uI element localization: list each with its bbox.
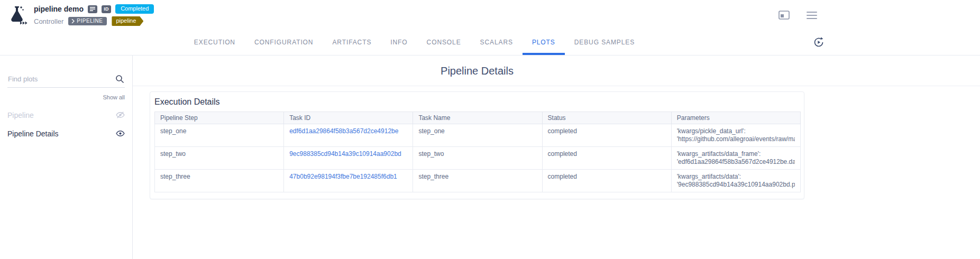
plot-item-pipeline[interactable]: Pipeline xyxy=(7,106,125,124)
parameter-line: 'kwargs_artifacts/data_frame': xyxy=(677,150,795,158)
title-divider xyxy=(133,86,980,86)
column-header: Status xyxy=(542,112,671,124)
eye-icon[interactable] xyxy=(116,129,125,138)
task-id-link[interactable]: 9ec988385cd94b14a39c10914aa902bd xyxy=(289,150,401,158)
execution-table: Pipeline Step Task ID Task Name Status P… xyxy=(154,112,801,192)
tab-info[interactable]: INFO xyxy=(381,30,417,55)
details-panel-icon xyxy=(778,11,790,20)
section-title: Execution Details xyxy=(154,97,800,107)
parameter-line: 'kwargs/pickle_data_url': xyxy=(677,127,795,135)
chevron-right-icon xyxy=(71,19,75,23)
table-header-row: Pipeline Step Task ID Task Name Status P… xyxy=(155,112,801,124)
description-icon[interactable] xyxy=(88,5,97,13)
tab-plots[interactable]: PLOTS xyxy=(523,30,565,55)
pipeline-name-tag: pipeline xyxy=(112,16,143,26)
tab-execution[interactable]: EXECUTION xyxy=(185,30,245,55)
column-header: Pipeline Step xyxy=(155,112,284,124)
pipeline-type-tag: PIPELINE xyxy=(68,17,107,25)
header: pipeline demo ID Completed Controller xyxy=(0,0,980,30)
lines-glyph xyxy=(90,7,95,11)
tab-debug-samples[interactable]: DEBUG SAMPLES xyxy=(565,30,644,55)
column-header: Task ID xyxy=(284,112,413,124)
refresh-icon xyxy=(813,36,825,48)
task-id-cell: edf6d1aa29864f58b3a567d2ce4912be xyxy=(284,124,413,147)
pipeline-step-cell: step_two xyxy=(155,147,284,170)
task-id-cell: 9ec988385cd94b14a39c10914aa902bd xyxy=(284,147,413,170)
status-badge: Completed xyxy=(115,4,154,14)
plot-item-pipeline-details[interactable]: Pipeline Details xyxy=(7,124,125,143)
content-area: Show all Pipeline Pipeline Details xyxy=(0,56,980,259)
parameters-cell: 'kwargs_artifacts/data': '9ec988385cd94b… xyxy=(671,170,800,192)
pipeline-step-cell: step_three xyxy=(155,170,284,192)
plot-list: Pipeline Pipeline Details xyxy=(7,106,125,143)
tab-artifacts[interactable]: ARTIFACTS xyxy=(323,30,381,55)
parameter-line: '9ec988385cd94b14a39c10914aa902bd.proces… xyxy=(677,181,795,189)
hamburger-icon xyxy=(807,12,817,19)
flask-logo-icon xyxy=(7,5,28,26)
tab-console[interactable]: CONSOLE xyxy=(417,30,471,55)
tab-configuration[interactable]: CONFIGURATION xyxy=(245,30,323,55)
parameters-cell: 'kwargs/pickle_data_url': 'https://githu… xyxy=(671,124,800,147)
tab-scalars[interactable]: SCALARS xyxy=(471,30,523,55)
details-panel-toggle[interactable] xyxy=(778,11,790,20)
table-row: step_three 47b0b92e98194f3fbe7be192485f6… xyxy=(155,170,801,192)
page-title: Pipeline Details xyxy=(150,65,804,77)
auto-refresh-button[interactable] xyxy=(812,36,825,49)
find-plots-input[interactable] xyxy=(7,73,125,85)
parameters-cell: 'kwargs_artifacts/data_frame': 'edf6d1aa… xyxy=(671,147,800,170)
main-panel: Pipeline Details Execution Details Pipel… xyxy=(133,56,980,259)
task-name-cell: step_two xyxy=(413,147,542,170)
header-left: pipeline demo ID Completed Controller xyxy=(6,4,154,26)
task-id-link[interactable]: edf6d1aa29864f58b3a567d2ce4912be xyxy=(289,127,398,135)
title-block: pipeline demo ID Completed Controller xyxy=(34,4,154,26)
pipeline-title: pipeline demo xyxy=(34,5,84,13)
plot-search-box xyxy=(7,73,125,88)
tab-group: EXECUTION CONFIGURATION ARTIFACTS INFO C… xyxy=(185,30,644,55)
app-root: pipeline demo ID Completed Controller xyxy=(0,0,980,259)
search-icon[interactable] xyxy=(115,75,124,86)
table-row: step_one edf6d1aa29864f58b3a567d2ce4912b… xyxy=(155,124,801,147)
task-name-cell: step_three xyxy=(413,170,542,192)
column-header: Task Name xyxy=(413,112,542,124)
status-cell: completed xyxy=(542,124,671,147)
task-id-cell: 47b0b92e98194f3fbe7be192485f6db1 xyxy=(284,170,413,192)
eye-off-icon[interactable] xyxy=(116,110,125,119)
show-all-link[interactable]: Show all xyxy=(7,94,125,100)
plots-sidebar: Show all Pipeline Pipeline Details xyxy=(0,56,133,259)
table-row: step_two 9ec988385cd94b14a39c10914aa902b… xyxy=(155,147,801,170)
status-cell: completed xyxy=(542,170,671,192)
task-id-link[interactable]: 47b0b92e98194f3fbe7be192485f6db1 xyxy=(289,173,397,180)
plot-item-label: Pipeline Details xyxy=(7,130,59,138)
parameter-line: 'kwargs_artifacts/data': xyxy=(677,173,795,181)
header-actions xyxy=(778,0,817,30)
status-cell: completed xyxy=(542,147,671,170)
tab-bar: EXECUTION CONFIGURATION ARTIFACTS INFO C… xyxy=(0,30,980,56)
execution-details-card: Execution Details Pipeline Step Task ID … xyxy=(150,91,804,199)
parameter-line: 'edf6d1aa29864f58b3a567d2ce4912be.data_f… xyxy=(677,158,795,166)
controller-label: Controller xyxy=(34,17,63,25)
column-header: Parameters xyxy=(671,112,800,124)
copy-id-button[interactable]: ID xyxy=(102,5,111,13)
clearml-logo xyxy=(6,4,29,26)
pipeline-step-cell: step_one xyxy=(155,124,284,147)
pipeline-type-label: PIPELINE xyxy=(77,18,103,24)
parameter-line: 'https://github.com/allegroai/events/raw… xyxy=(677,135,795,143)
plot-item-label: Pipeline xyxy=(7,111,34,119)
task-name-cell: step_one xyxy=(413,124,542,147)
menu-button[interactable] xyxy=(807,12,817,19)
